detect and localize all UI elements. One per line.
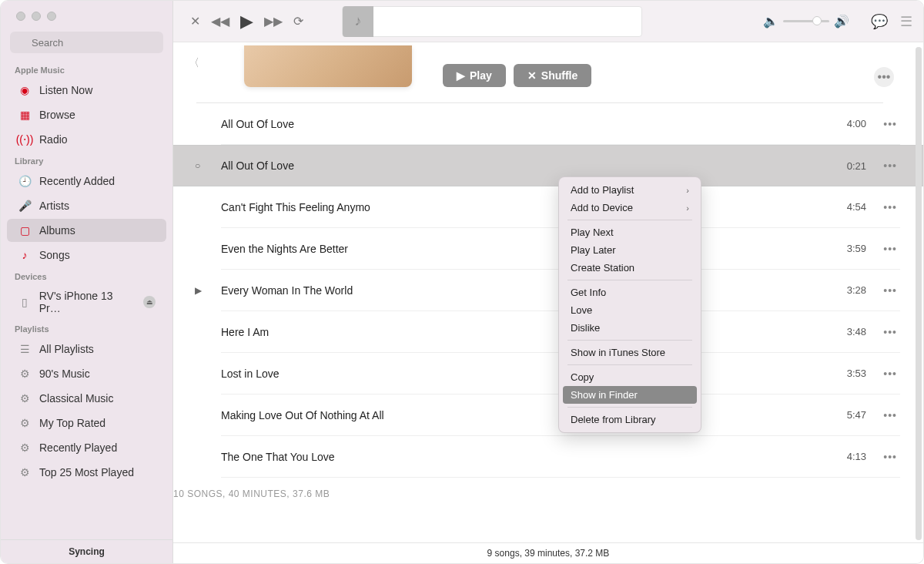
- scrollbar[interactable]: [916, 47, 922, 540]
- gear-icon: ⚙: [18, 465, 32, 479]
- close-window-button[interactable]: [16, 12, 25, 21]
- sidebar-item-label: Songs: [39, 249, 70, 261]
- sidebar-item-label: Recently Played: [39, 441, 117, 454]
- track-more-button[interactable]: •••: [866, 159, 897, 172]
- toolbar: ✕ ◀◀ ▶ ▶▶ ⟳ ♪ 🔈 🔊 💬 ☰: [173, 1, 923, 42]
- next-track-button[interactable]: ▶▶: [264, 14, 283, 29]
- sidebar-item-top-25[interactable]: ⚙Top 25 Most Played: [7, 461, 166, 484]
- track-title: All Out Of Love: [221, 159, 828, 172]
- footer-status: 9 songs, 39 minutes, 37.2 MB: [173, 542, 923, 563]
- gear-icon: ⚙: [18, 391, 32, 405]
- menu-item[interactable]: Dislike: [563, 319, 697, 337]
- track-row[interactable]: All Out Of Love4:00•••: [221, 103, 900, 145]
- back-button[interactable]: 〈: [189, 56, 199, 70]
- lyrics-button[interactable]: 💬: [871, 13, 888, 30]
- play-album-button[interactable]: ▶ Play: [443, 64, 506, 87]
- play-label: Play: [470, 69, 492, 82]
- album-art: [244, 45, 412, 87]
- sidebar-item-label: Browse: [39, 109, 75, 121]
- radio-icon: ((⋅)): [18, 133, 32, 146]
- sidebar-item-classical-music[interactable]: ⚙Classical Music: [7, 387, 166, 410]
- menu-item[interactable]: Add to Device›: [563, 199, 697, 217]
- sidebar-item-all-playlists[interactable]: ☰All Playlists: [7, 337, 166, 361]
- clock-icon: 🕘: [18, 174, 32, 188]
- menu-item[interactable]: Get Info: [563, 284, 697, 301]
- sidebar-item-my-top-rated[interactable]: ⚙My Top Rated: [7, 411, 166, 435]
- track-more-button[interactable]: •••: [866, 284, 897, 297]
- track-row[interactable]: ○All Out Of Love0:21•••: [173, 145, 923, 186]
- sidebar-item-artists[interactable]: 🎤Artists: [7, 194, 166, 217]
- now-playing-art-icon: ♪: [343, 6, 373, 37]
- menu-item[interactable]: Show in iTunes Store: [563, 344, 697, 361]
- chevron-right-icon: ›: [686, 186, 689, 195]
- now-playing-indicator-icon: ▶: [195, 285, 213, 296]
- sidebar-item-90s-music[interactable]: ⚙90's Music: [7, 362, 166, 385]
- sidebar-item-browse[interactable]: ▦Browse: [7, 103, 166, 126]
- track-duration: 4:13: [828, 451, 866, 462]
- sidebar: 🔍 Apple Music ◉Listen Now ▦Browse ((⋅))R…: [1, 1, 173, 563]
- track-duration: 0:21: [828, 160, 866, 172]
- track-duration: 4:00: [828, 118, 866, 129]
- sidebar-item-songs[interactable]: ♪Songs: [7, 243, 166, 267]
- track-title: Lost in Love: [221, 368, 828, 380]
- volume-high-icon: 🔊: [834, 14, 849, 29]
- menu-item[interactable]: Create Station: [563, 259, 697, 277]
- gear-icon: ⚙: [18, 367, 32, 381]
- play-button[interactable]: ▶: [240, 12, 253, 32]
- gear-icon: ⚙: [18, 416, 32, 430]
- track-list: All Out Of Love4:00•••○All Out Of Love0:…: [173, 103, 923, 478]
- track-title: All Out Of Love: [221, 118, 828, 130]
- section-header-apple-music: Apple Music: [1, 61, 172, 78]
- track-row[interactable]: The One That You Love4:13•••: [221, 436, 900, 478]
- menu-item[interactable]: Add to Playlist›: [563, 181, 697, 199]
- main-panel: ✕ ◀◀ ▶ ▶▶ ⟳ ♪ 🔈 🔊 💬 ☰ 〈: [173, 1, 923, 563]
- track-more-button[interactable]: •••: [866, 243, 897, 255]
- menu-separator: [567, 280, 692, 280]
- section-header-library: Library: [1, 152, 172, 169]
- section-header-playlists: Playlists: [1, 320, 172, 337]
- repeat-button[interactable]: ⟳: [293, 14, 303, 29]
- track-more-button[interactable]: •••: [866, 409, 897, 421]
- now-playing: ♪: [342, 6, 642, 37]
- album-icon: ▢: [18, 223, 32, 237]
- menu-item[interactable]: Play Next: [563, 223, 697, 241]
- eject-icon[interactable]: ⏏: [143, 296, 156, 308]
- search-input[interactable]: [10, 32, 163, 53]
- album-more-button[interactable]: •••: [874, 67, 894, 87]
- shuffle-album-button[interactable]: ✕ Shuffle: [514, 64, 591, 87]
- track-title: Even the Nights Are Better: [221, 243, 828, 255]
- track-title: Every Woman In The World: [221, 284, 828, 297]
- minimize-window-button[interactable]: [32, 12, 41, 21]
- sidebar-item-device[interactable]: ▯RV's iPhone 13 Pr…⏏: [7, 285, 166, 319]
- track-duration: 3:28: [828, 284, 866, 296]
- shuffle-button[interactable]: ✕: [190, 14, 200, 29]
- menu-separator: [567, 340, 692, 341]
- track-index: ○: [195, 160, 213, 171]
- grid-icon: ▦: [18, 108, 32, 122]
- sidebar-item-recently-added[interactable]: 🕘Recently Added: [7, 170, 166, 193]
- volume-control[interactable]: 🔈 🔊: [763, 14, 849, 29]
- track-more-button[interactable]: •••: [866, 451, 897, 463]
- prev-track-button[interactable]: ◀◀: [211, 14, 229, 29]
- menu-item[interactable]: Copy: [563, 368, 697, 386]
- section-header-devices: Devices: [1, 267, 172, 284]
- queue-button[interactable]: ☰: [900, 13, 912, 30]
- maximize-window-button[interactable]: [47, 12, 56, 21]
- track-more-button[interactable]: •••: [866, 201, 897, 213]
- note-icon: ♪: [18, 248, 32, 262]
- track-more-button[interactable]: •••: [866, 118, 897, 130]
- track-title: Making Love Out Of Nothing At All: [221, 409, 828, 421]
- menu-item[interactable]: Delete from Library: [563, 411, 697, 428]
- sidebar-item-radio[interactable]: ((⋅))Radio: [7, 128, 166, 151]
- sidebar-item-recently-played[interactable]: ⚙Recently Played: [7, 436, 166, 459]
- sidebar-item-listen-now[interactable]: ◉Listen Now: [7, 79, 166, 102]
- volume-slider[interactable]: [783, 20, 829, 22]
- album-summary: 10 SONGS, 40 MINUTES, 37.6 MB: [173, 478, 923, 515]
- track-more-button[interactable]: •••: [866, 368, 897, 380]
- menu-item[interactable]: Love: [563, 301, 697, 319]
- track-more-button[interactable]: •••: [866, 326, 897, 338]
- menu-item[interactable]: Show in Finder: [563, 386, 697, 404]
- shuffle-label: Shuffle: [541, 69, 578, 82]
- menu-item[interactable]: Play Later: [563, 241, 697, 259]
- sidebar-item-albums[interactable]: ▢Albums: [7, 219, 166, 242]
